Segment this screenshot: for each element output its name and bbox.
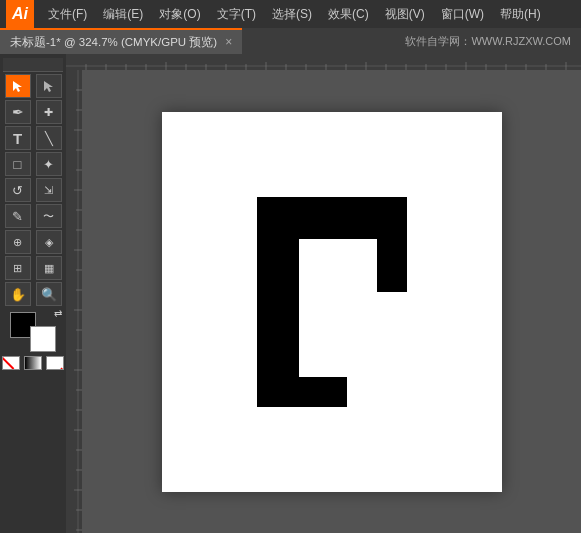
pen-tool[interactable]: ✒ — [5, 100, 31, 124]
none-color-indicator[interactable] — [46, 356, 64, 370]
gradient-indicator[interactable] — [24, 356, 42, 370]
menu-effect[interactable]: 效果(C) — [320, 2, 377, 27]
swap-colors-icon[interactable]: ⇄ — [54, 308, 62, 319]
tab-close-button[interactable]: × — [225, 35, 232, 49]
menu-type[interactable]: 文字(T) — [209, 2, 264, 27]
svg-rect-2 — [66, 54, 581, 70]
main-layout: ✒ ✚ T ╲ □ ✦ ↺ ⇲ ✎ 〜 ⊕ ◈ ⊞ ▦ ✋ 🔍 — [0, 54, 581, 533]
star-tool[interactable]: ✦ — [36, 152, 62, 176]
tool-row-8: ⊞ ▦ — [2, 256, 64, 280]
zoom-tool[interactable]: 🔍 — [36, 282, 62, 306]
color-indicators — [2, 356, 64, 370]
svg-marker-1 — [44, 81, 53, 92]
stroke-swatch[interactable] — [30, 326, 56, 352]
tool-row-7: ⊕ ◈ — [2, 230, 64, 254]
artboard[interactable] — [162, 112, 502, 492]
menu-file[interactable]: 文件(F) — [40, 2, 95, 27]
tab-label: 未标题-1* @ 324.7% (CMYK/GPU 预览) — [10, 35, 217, 50]
glyph-right-stem — [377, 197, 407, 292]
canvas-area[interactable] — [66, 54, 581, 533]
grid-tool[interactable]: ⊞ — [5, 256, 31, 280]
menu-object[interactable]: 对象(O) — [151, 2, 208, 27]
add-anchor-tool[interactable]: ✚ — [36, 100, 62, 124]
rect-tool[interactable]: □ — [5, 152, 31, 176]
direct-select-tool[interactable] — [36, 74, 62, 98]
pencil-tool[interactable]: ✎ — [5, 204, 31, 228]
top-bar: Ai 文件(F) 编辑(E) 对象(O) 文字(T) 选择(S) 效果(C) 视… — [0, 0, 581, 28]
menu-bar: 文件(F) 编辑(E) 对象(O) 文字(T) 选择(S) 效果(C) 视图(V… — [40, 0, 575, 28]
eraser-tool[interactable]: ◈ — [36, 230, 62, 254]
tool-row-6: ✎ 〜 — [2, 204, 64, 228]
active-tab[interactable]: 未标题-1* @ 324.7% (CMYK/GPU 预览) × — [0, 28, 242, 54]
glyph-left-stem — [257, 197, 299, 407]
ruler-horizontal — [66, 54, 581, 70]
left-toolbar: ✒ ✚ T ╲ □ ✦ ↺ ⇲ ✎ 〜 ⊕ ◈ ⊞ ▦ ✋ 🔍 — [0, 54, 66, 533]
menu-window[interactable]: 窗口(W) — [433, 2, 492, 27]
line-tool[interactable]: ╲ — [36, 126, 62, 150]
rotate-tool[interactable]: ↺ — [5, 178, 31, 202]
tool-row-3: T ╲ — [2, 126, 64, 150]
blob-tool[interactable]: ⊕ — [5, 230, 31, 254]
canvas-content — [82, 70, 581, 533]
app-logo: Ai — [6, 0, 34, 28]
scale-tool[interactable]: ⇲ — [36, 178, 62, 202]
hand-tool[interactable]: ✋ — [5, 282, 31, 306]
glyph-shape — [257, 197, 407, 407]
tool-row-1 — [2, 74, 64, 98]
tool-row-2: ✒ ✚ — [2, 100, 64, 124]
menu-view[interactable]: 视图(V) — [377, 2, 433, 27]
color-swatches: ⇄ — [10, 312, 56, 352]
select-tool[interactable] — [5, 74, 31, 98]
none-indicator[interactable] — [2, 356, 20, 370]
svg-marker-0 — [13, 81, 22, 92]
type-tool[interactable]: T — [5, 126, 31, 150]
smooth-tool[interactable]: 〜 — [36, 204, 62, 228]
tool-row-4: □ ✦ — [2, 152, 64, 176]
tool-row-9: ✋ 🔍 — [2, 282, 64, 306]
tab-bar: 未标题-1* @ 324.7% (CMYK/GPU 预览) × 软件自学网：WW… — [0, 28, 581, 54]
svg-rect-29 — [66, 70, 82, 533]
menu-edit[interactable]: 编辑(E) — [95, 2, 151, 27]
ruler-vertical — [66, 70, 82, 533]
tool-row-5: ↺ ⇲ — [2, 178, 64, 202]
glyph-bottom-foot — [257, 377, 347, 407]
color-area: ⇄ — [2, 312, 64, 370]
tab-right-info: 软件自学网：WWW.RJZXW.COM — [405, 34, 571, 49]
menu-select[interactable]: 选择(S) — [264, 2, 320, 27]
toolbar-ruler — [3, 58, 63, 72]
menu-help[interactable]: 帮助(H) — [492, 2, 549, 27]
chart-tool[interactable]: ▦ — [36, 256, 62, 280]
